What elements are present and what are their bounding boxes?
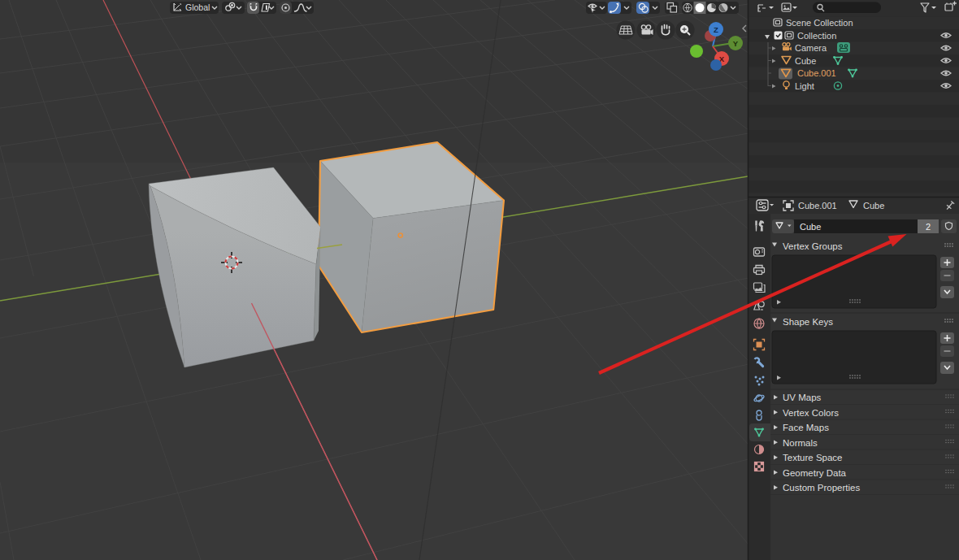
svg-text:Cube: Cube bbox=[795, 56, 816, 66]
svg-text:2: 2 bbox=[926, 222, 931, 232]
svg-text:Cube: Cube bbox=[863, 201, 884, 211]
svg-text:Geometry Data: Geometry Data bbox=[783, 468, 847, 478]
svg-text:Camera: Camera bbox=[795, 43, 827, 53]
svg-text:Custom Properties: Custom Properties bbox=[783, 483, 860, 493]
svg-text:Normals: Normals bbox=[783, 438, 818, 448]
svg-text:Light: Light bbox=[795, 81, 814, 91]
svg-text:Z: Z bbox=[714, 25, 718, 34]
svg-text:Global: Global bbox=[185, 2, 210, 12]
svg-text:Cube: Cube bbox=[800, 222, 821, 232]
svg-text:Vertex Colors: Vertex Colors bbox=[783, 408, 839, 418]
svg-text:Collection: Collection bbox=[797, 31, 836, 41]
svg-text:UV Maps: UV Maps bbox=[783, 393, 822, 402]
svg-text:Shape Keys: Shape Keys bbox=[783, 317, 833, 327]
svg-text:Y: Y bbox=[733, 39, 739, 48]
svg-text:Cube.001: Cube.001 bbox=[798, 201, 837, 211]
svg-text:Vertex Groups: Vertex Groups bbox=[783, 241, 843, 251]
svg-text:Face Maps: Face Maps bbox=[783, 423, 829, 432]
svg-text:Texture Space: Texture Space bbox=[783, 453, 843, 462]
svg-text:Cube.001: Cube.001 bbox=[797, 68, 836, 78]
svg-text:Scene Collection: Scene Collection bbox=[786, 18, 853, 28]
